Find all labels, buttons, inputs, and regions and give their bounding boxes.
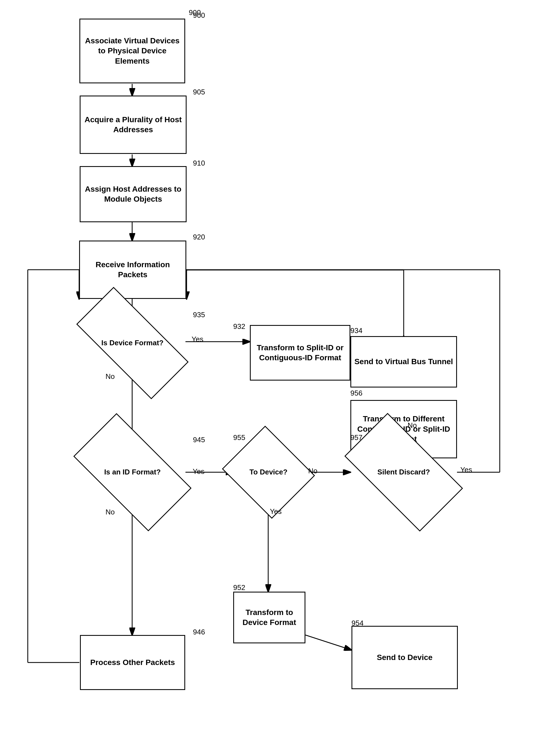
label-yes-955: Yes	[270, 507, 282, 516]
diamond-id-format: Is an ID Format?	[80, 442, 186, 503]
label-952: 952	[233, 583, 245, 592]
label-955: 955	[233, 433, 245, 442]
label-946: 946	[193, 628, 205, 636]
label-no-957: No	[408, 421, 417, 430]
label-935: 935	[193, 310, 205, 319]
label-no-935: No	[106, 372, 115, 381]
label-900: 900	[193, 11, 205, 20]
label-920: 920	[193, 233, 205, 242]
box-send-virtual-bus: Send to Virtual Bus Tunnel	[350, 336, 457, 387]
label-932: 932	[233, 322, 245, 331]
box-assign-host: Assign Host Addresses to Module Objects	[80, 166, 187, 222]
box-process-other: Process Other Packets	[80, 635, 185, 690]
svg-line-21	[305, 635, 351, 650]
label-956: 956	[350, 389, 362, 397]
label-905: 905	[193, 88, 205, 96]
label-no-945: No	[106, 508, 115, 517]
box-associate-virtual: Associate Virtual Devices to Physical De…	[80, 19, 185, 83]
diamond-device-format: Is Device Format?	[80, 317, 186, 369]
box-transform-device: Transform to Device Format	[233, 592, 305, 643]
box-send-device: Send to Device	[351, 626, 458, 689]
box-receive-info: Receive Information Packets	[79, 241, 186, 299]
label-934: 934	[350, 327, 362, 335]
box-acquire-plurality: Acquire a Plurality of Host Addresses	[80, 96, 187, 154]
label-yes-957: Yes	[460, 466, 472, 474]
label-910: 910	[193, 159, 205, 168]
diamond-to-device: To Device?	[233, 442, 304, 503]
label-yes-945: Yes	[193, 467, 204, 476]
label-no-955: No	[308, 467, 317, 475]
box-transform-split: Transform to Split-ID or Contiguous-ID F…	[250, 325, 350, 381]
diamond-silent-discard: Silent Discard?	[350, 442, 457, 503]
flowchart-diagram: 900 Associate Virtual Devices to Physica…	[0, 0, 560, 740]
label-yes-935: Yes	[192, 335, 203, 344]
label-945: 945	[193, 436, 205, 444]
label-957: 957	[350, 433, 362, 442]
